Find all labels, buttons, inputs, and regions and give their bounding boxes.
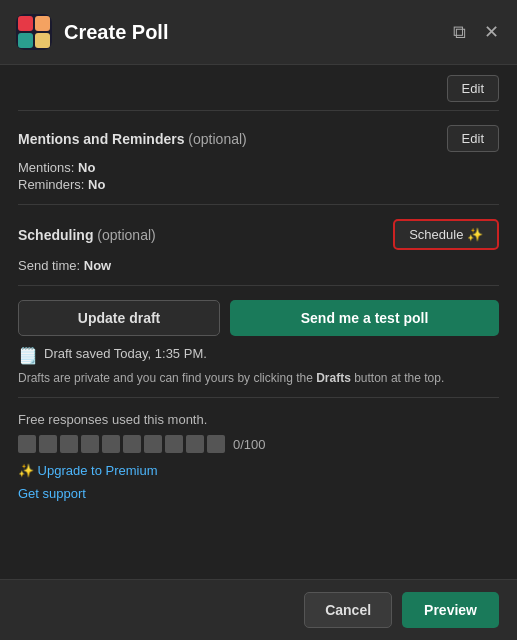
app-icon	[16, 14, 52, 50]
mentions-edit-button[interactable]: Edit	[447, 125, 499, 152]
titlebar: Create Poll ⧉ ✕	[0, 0, 517, 65]
progress-block-4	[81, 435, 99, 453]
cancel-button[interactable]: Cancel	[304, 592, 392, 628]
reminders-field: Reminders: No	[18, 177, 499, 192]
test-poll-button[interactable]: Send me a test poll	[230, 300, 499, 336]
progress-block-2	[39, 435, 57, 453]
mentions-header: Mentions and Reminders (optional) Edit	[18, 125, 499, 152]
main-window: Create Poll ⧉ ✕ Edit Mentions and Remind…	[0, 0, 517, 640]
progress-block-1	[18, 435, 36, 453]
progress-block-7	[144, 435, 162, 453]
progress-blocks	[18, 435, 225, 453]
titlebar-actions: ⧉ ✕	[451, 19, 501, 45]
bottom-section: Free responses used this month. 0/100 ✨ …	[18, 397, 499, 510]
page-title: Create Poll	[64, 21, 451, 44]
mentions-label: Mentions and Reminders (optional)	[18, 131, 247, 147]
progress-row: 0/100	[18, 435, 499, 453]
content-area: Edit Mentions and Reminders (optional) E…	[0, 65, 517, 579]
update-draft-button[interactable]: Update draft	[18, 300, 220, 336]
copy-button[interactable]: ⧉	[451, 20, 468, 45]
close-button[interactable]: ✕	[482, 19, 501, 45]
mentions-field: Mentions: No	[18, 160, 499, 175]
send-time-field: Send time: Now	[18, 258, 499, 273]
footer: Cancel Preview	[0, 579, 517, 640]
actions-section: Update draft Send me a test poll 🗒️ Draf…	[18, 286, 499, 387]
top-partial-section: Edit	[18, 65, 499, 111]
support-link[interactable]: Get support	[18, 486, 86, 501]
progress-block-8	[165, 435, 183, 453]
mentions-section: Mentions and Reminders (optional) Edit M…	[18, 111, 499, 205]
draft-info: 🗒️ Draft saved Today, 1:35 PM.	[18, 346, 499, 365]
svg-rect-4	[35, 33, 50, 48]
progress-count: 0/100	[233, 437, 266, 452]
drafts-note: Drafts are private and you can find your…	[18, 369, 499, 387]
svg-rect-1	[18, 16, 33, 31]
action-buttons: Update draft Send me a test poll	[18, 300, 499, 336]
svg-rect-2	[35, 16, 50, 31]
progress-block-9	[186, 435, 204, 453]
draft-saved-text: Draft saved Today, 1:35 PM.	[44, 346, 207, 361]
progress-block-6	[123, 435, 141, 453]
top-edit-button[interactable]: Edit	[447, 75, 499, 102]
free-responses-label: Free responses used this month.	[18, 412, 499, 427]
draft-icon: 🗒️	[18, 346, 38, 365]
progress-block-3	[60, 435, 78, 453]
scheduling-label: Scheduling (optional)	[18, 227, 156, 243]
schedule-button[interactable]: Schedule ✨	[393, 219, 499, 250]
upgrade-link[interactable]: ✨ Upgrade to Premium	[18, 463, 499, 478]
preview-button[interactable]: Preview	[402, 592, 499, 628]
scheduling-section: Scheduling (optional) Schedule ✨ Send ti…	[18, 205, 499, 286]
svg-rect-3	[18, 33, 33, 48]
scheduling-header: Scheduling (optional) Schedule ✨	[18, 219, 499, 250]
progress-block-5	[102, 435, 120, 453]
progress-block-10	[207, 435, 225, 453]
